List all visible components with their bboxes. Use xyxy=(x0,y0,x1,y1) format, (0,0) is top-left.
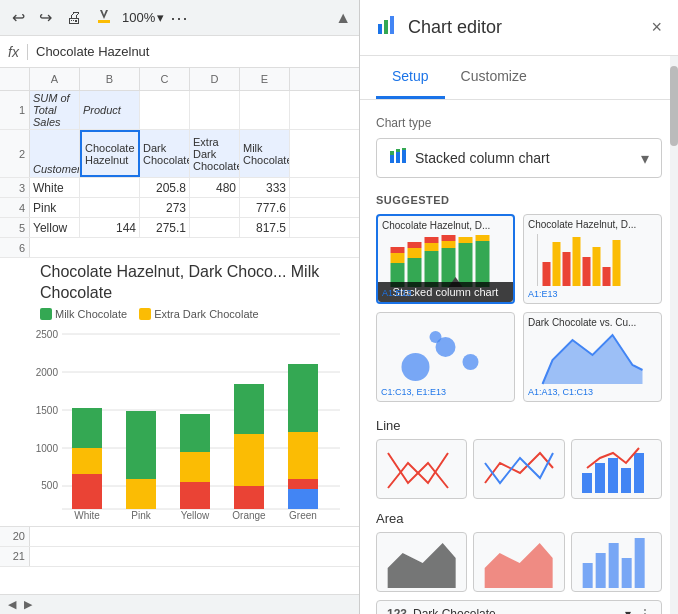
cell-5d[interactable] xyxy=(190,218,240,237)
zoom-label: 100% xyxy=(122,10,155,25)
suggested-grid: Chocolate Hazelnut, D... xyxy=(376,214,662,402)
cell-5b[interactable]: 144 xyxy=(80,218,140,237)
svg-rect-75 xyxy=(621,468,631,493)
grid: A B C D E 1 SUM of Total Sales Product 2… xyxy=(0,68,359,594)
chart-type-value: Stacked column chart xyxy=(415,150,633,166)
svg-rect-66 xyxy=(613,240,621,286)
cell-2c[interactable]: Dark Chocolate xyxy=(140,130,190,177)
svg-rect-63 xyxy=(583,257,591,286)
print-button[interactable]: 🖨 xyxy=(62,7,86,29)
cell-5c[interactable]: 275.1 xyxy=(140,218,190,237)
col-header-d[interactable]: D xyxy=(190,68,240,90)
chart-thumb-2[interactable]: Chocolate Hazelnut, D... A1:E13 xyxy=(523,214,662,304)
thumb2-label: Chocolate Hazelnut, D... xyxy=(528,219,657,230)
col-header-b[interactable]: B xyxy=(80,68,140,90)
area-thumb-3[interactable] xyxy=(571,532,662,592)
col-header-e[interactable]: E xyxy=(240,68,290,90)
tab-setup[interactable]: Setup xyxy=(376,56,445,99)
svg-text:Yellow: Yellow xyxy=(181,510,210,521)
cell-4c[interactable]: 273 xyxy=(140,198,190,217)
area-thumb-2[interactable] xyxy=(473,532,564,592)
svg-rect-16 xyxy=(126,479,156,509)
more-options-button[interactable]: ⋯ xyxy=(170,7,188,29)
data-row-more[interactable]: ⋮ xyxy=(639,607,651,614)
svg-rect-60 xyxy=(553,242,561,286)
line-thumb-2[interactable] xyxy=(473,439,564,499)
cell-2a[interactable]: Customer xyxy=(30,130,80,177)
cell-1a[interactable]: SUM of Total Sales xyxy=(30,91,80,129)
svg-rect-62 xyxy=(573,237,581,286)
scrollbar-thumb[interactable] xyxy=(670,66,678,146)
cell-1c[interactable] xyxy=(140,91,190,129)
svg-text:500: 500 xyxy=(41,480,58,491)
zoom-arrow-icon: ▾ xyxy=(157,10,164,25)
svg-rect-56 xyxy=(476,235,490,241)
svg-rect-79 xyxy=(582,563,592,588)
svg-rect-81 xyxy=(608,543,618,588)
cell-3e[interactable]: 333 xyxy=(240,178,290,197)
collapse-button[interactable]: ▲ xyxy=(335,9,351,27)
cell-3b[interactable] xyxy=(80,178,140,197)
grid-rows: 1 SUM of Total Sales Product 2 Customer … xyxy=(0,91,359,594)
col-header-c[interactable]: C xyxy=(140,68,190,90)
table-row: 4 Pink 273 777.6 xyxy=(0,198,359,218)
chart-type-dropdown[interactable]: Stacked column chart ▾ xyxy=(376,138,662,178)
fx-label: fx xyxy=(8,44,28,60)
cell-1b[interactable]: Product xyxy=(80,91,140,129)
cell-4e[interactable]: 777.6 xyxy=(240,198,290,217)
svg-rect-54 xyxy=(459,237,473,243)
column-headers: A B C D E xyxy=(0,68,359,91)
svg-rect-40 xyxy=(402,148,406,150)
table-row: 3 White 205.8 480 333 xyxy=(0,178,359,198)
thumb4-chart xyxy=(528,330,657,390)
thumb4-label: Dark Chocolate vs. Cu... xyxy=(528,317,657,328)
row-num-3: 3 xyxy=(0,178,30,197)
zoom-dropdown[interactable]: 100% ▾ xyxy=(122,10,164,25)
tab-customize[interactable]: Customize xyxy=(445,56,543,99)
chart-thumb-3[interactable]: C1:C13, E1:E13 xyxy=(376,312,515,402)
chart-thumb-4[interactable]: Dark Chocolate vs. Cu... A1:A13, C1:C13 xyxy=(523,312,662,402)
undo-button[interactable]: ↩ xyxy=(8,6,29,29)
toolbar: ↩ ↪ 🖨 100% ▾ ⋯ ▲ xyxy=(0,0,359,36)
cell-3a[interactable]: White xyxy=(30,178,80,197)
editor-close-button[interactable]: × xyxy=(651,17,662,38)
svg-text:1000: 1000 xyxy=(36,443,59,454)
svg-rect-36 xyxy=(390,151,394,155)
svg-rect-80 xyxy=(595,553,605,588)
col-header-a[interactable]: A xyxy=(30,68,80,90)
redo-button[interactable]: ↪ xyxy=(35,6,56,29)
cell-4d[interactable] xyxy=(190,198,240,217)
cell-2b[interactable]: Chocolate Hazelnut xyxy=(80,130,140,177)
paint-button[interactable] xyxy=(92,6,116,30)
row-num-6: 6 xyxy=(0,238,30,257)
chart-editor: Chart editor × Setup Customize Chart typ… xyxy=(360,0,678,614)
row-num-4: 4 xyxy=(0,198,30,217)
svg-text:1500: 1500 xyxy=(36,405,59,416)
svg-rect-53 xyxy=(459,243,473,287)
line-thumb-3[interactable] xyxy=(571,439,662,499)
cell-3d[interactable]: 480 xyxy=(190,178,240,197)
data-row[interactable]: 123 Dark Chocolate ▾ ⋮ xyxy=(376,600,662,614)
cell-1e[interactable] xyxy=(240,91,290,129)
cell-3c[interactable]: 205.8 xyxy=(140,178,190,197)
cell-5a[interactable]: Yellow xyxy=(30,218,80,237)
cell-2e[interactable]: Milk Chocolate xyxy=(240,130,290,177)
chart-thumb-1[interactable]: Chocolate Hazelnut, D... xyxy=(376,214,515,304)
scroll-left-icon[interactable]: ◀ xyxy=(8,598,16,611)
scroll-right-icon[interactable]: ▶ xyxy=(24,598,32,611)
svg-rect-35 xyxy=(390,155,394,163)
cell-4a[interactable]: Pink xyxy=(30,198,80,217)
svg-point-69 xyxy=(463,354,479,370)
svg-marker-71 xyxy=(543,335,643,384)
cell-5e[interactable]: 817.5 xyxy=(240,218,290,237)
cell-2d[interactable]: Extra Dark Chocolate xyxy=(190,130,240,177)
cell-4b[interactable] xyxy=(80,198,140,217)
chart-title: Chocolate Hazelnut, Dark Choco... Milk C… xyxy=(30,262,359,304)
svg-rect-22 xyxy=(234,486,264,509)
area-thumb-1[interactable] xyxy=(376,532,467,592)
cell-1d[interactable] xyxy=(190,91,240,129)
svg-text:Green: Green xyxy=(289,510,317,521)
line-thumb-1[interactable] xyxy=(376,439,467,499)
editor-tabs: Setup Customize xyxy=(360,56,678,100)
svg-rect-33 xyxy=(384,20,388,34)
